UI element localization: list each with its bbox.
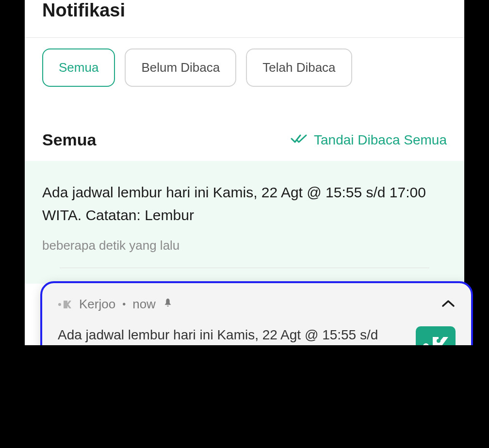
bell-icon xyxy=(163,297,173,312)
svg-point-2 xyxy=(437,339,440,343)
app-container: Notifikasi Semua Belum Dibaca Telah Diba… xyxy=(25,0,464,345)
svg-point-1 xyxy=(423,343,429,345)
svg-point-0 xyxy=(58,303,61,306)
push-body: Ada jadwal lembur hari ini Kamis, 22 Agt… xyxy=(58,324,456,345)
chevron-up-icon[interactable] xyxy=(441,299,456,310)
header: Notifikasi xyxy=(25,0,464,37)
push-app-icon-large xyxy=(416,326,456,345)
separator-dot: • xyxy=(122,299,126,310)
filter-all[interactable]: Semua xyxy=(42,48,115,87)
push-app-icon-small xyxy=(58,297,72,312)
double-check-icon xyxy=(291,132,308,148)
filter-read[interactable]: Telah Dibaca xyxy=(246,48,352,87)
section-title: Semua xyxy=(42,130,97,149)
mark-all-read-label: Tandai Dibaca Semua xyxy=(314,132,447,148)
filter-unread[interactable]: Belum Dibaca xyxy=(125,48,236,87)
mark-all-read-button[interactable]: Tandai Dibaca Semua xyxy=(291,132,447,148)
page-title: Notifikasi xyxy=(42,0,447,21)
notification-item[interactable]: Ada jadwal lembur hari ini Kamis, 22 Agt… xyxy=(25,161,464,284)
push-app-name: Kerjoo xyxy=(79,297,115,312)
push-text: Ada jadwal lembur hari ini Kamis, 22 Agt… xyxy=(58,324,401,345)
notification-text: Ada jadwal lembur hari ini Kamis, 22 Agt… xyxy=(42,181,447,226)
notification-divider xyxy=(60,268,429,268)
notification-time: beberapa detik yang lalu xyxy=(42,238,447,253)
push-notification[interactable]: Kerjoo • now Ada jadwal lembur hari ini … xyxy=(40,281,473,345)
push-header: Kerjoo • now xyxy=(58,297,456,312)
push-time: now xyxy=(132,297,156,312)
section-header: Semua Tandai Dibaca Semua xyxy=(25,97,464,161)
push-header-left: Kerjoo • now xyxy=(58,297,173,312)
filter-row: Semua Belum Dibaca Telah Dibaca xyxy=(25,38,464,97)
